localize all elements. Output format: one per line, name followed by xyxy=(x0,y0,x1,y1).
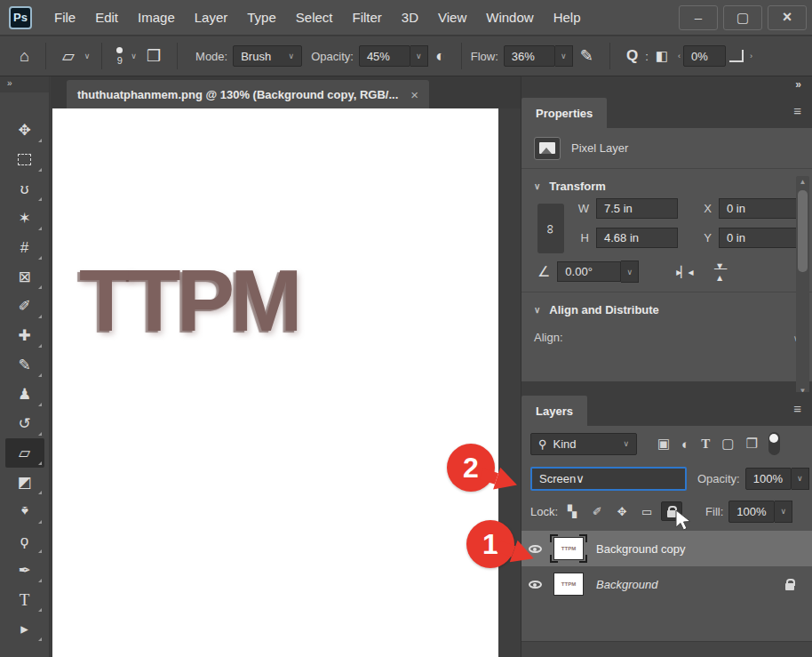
smoothing-options-icon[interactable] xyxy=(729,50,744,62)
brush-settings-panel-icon[interactable]: ❒ xyxy=(139,46,168,66)
layer-row-background[interactable]: TTPMBackground xyxy=(521,566,812,602)
scrollbar-thumb[interactable] xyxy=(798,190,808,272)
filter-kind-dropdown[interactable]: ⚲ Kind ∨ xyxy=(530,433,637,455)
eyedropper-tool[interactable]: ✐ xyxy=(5,292,44,321)
history-brush-tool[interactable]: ↺ xyxy=(5,409,44,438)
rectangular-marquee-tool[interactable] xyxy=(5,145,44,174)
menu-item-select[interactable]: Select xyxy=(286,4,343,30)
smoothing-left-chevron-icon[interactable]: ‹ xyxy=(675,52,683,60)
align-collapse-chevron-icon[interactable]: ∨ xyxy=(534,305,540,315)
width-label: W xyxy=(575,202,589,215)
height-input[interactable]: 4.68 in xyxy=(596,228,678,248)
menu-item-type[interactable]: Type xyxy=(237,4,286,30)
menu-item-view[interactable]: View xyxy=(428,4,476,30)
smoothing-right-chevron-icon[interactable]: › xyxy=(747,52,755,60)
angle-input[interactable]: 0.00° xyxy=(557,261,621,282)
menu-item-3d[interactable]: 3D xyxy=(392,4,428,30)
move-tool[interactable]: ✥ xyxy=(5,116,44,145)
lock-position-icon[interactable]: ✥ xyxy=(611,501,633,521)
search-icon[interactable]: Q xyxy=(619,47,645,65)
filter-toggle-switch[interactable] xyxy=(768,432,780,455)
scroll-up-icon[interactable]: ▲ xyxy=(796,178,809,186)
smoothing-input[interactable]: 0% xyxy=(683,45,726,67)
angle-chevron-icon[interactable]: ∨ xyxy=(621,260,639,283)
close-tab-icon[interactable]: × xyxy=(410,87,418,102)
panels-collapse-icon[interactable]: » xyxy=(521,76,812,94)
brush-tool[interactable]: ✎ xyxy=(5,350,44,380)
canvas[interactable]: TTPM xyxy=(52,108,498,657)
layers-opacity-input[interactable]: 100% xyxy=(745,468,792,490)
picture-filter-icon[interactable]: ▣ xyxy=(657,436,670,452)
lasso-tool[interactable]: ʊ xyxy=(5,174,44,204)
flip-vertical-icon[interactable]: ▸▏◂ xyxy=(714,263,727,279)
menu-item-help[interactable]: Help xyxy=(544,4,591,30)
document-tab[interactable]: thuthuatphanmem.png @ 130% (Background c… xyxy=(67,80,429,108)
shape-filter-icon[interactable]: ▢ xyxy=(721,436,734,452)
fill-chevron-icon[interactable]: ∨ xyxy=(775,501,792,523)
document-tab-bar: thuthuatphanmem.png @ 130% (Background c… xyxy=(51,76,521,108)
layers-panel-menu-icon[interactable]: ≡ xyxy=(793,401,801,416)
pen-tool[interactable]: ✒ xyxy=(5,556,44,585)
menu-item-file[interactable]: File xyxy=(44,4,85,30)
fill-input[interactable]: 100% xyxy=(728,501,775,523)
brush-preset-picker[interactable]: 9 xyxy=(111,47,128,66)
spot-healing-brush-tool[interactable]: ✚ xyxy=(5,321,44,350)
flow-chevron-icon[interactable]: ∨ xyxy=(555,45,573,67)
brush-picker-chevron-icon[interactable]: ∨ xyxy=(128,52,139,60)
chain-link-icon: ∞ xyxy=(543,224,558,234)
x-input[interactable]: 0 in xyxy=(719,198,800,219)
tab-properties[interactable]: Properties xyxy=(521,98,607,128)
blur-tool[interactable]: ♠ xyxy=(5,497,44,526)
menu-item-window[interactable]: Window xyxy=(476,4,543,30)
blend-mode-dropdown[interactable]: Screen ∨ xyxy=(530,467,687,491)
layer-row-background-copy[interactable]: TTPMBackground copy xyxy=(521,531,812,566)
frame-tool[interactable]: ⊠ xyxy=(5,262,44,292)
tab-layers[interactable]: Layers xyxy=(521,396,587,426)
type-tool[interactable]: T xyxy=(5,585,44,614)
layers-opacity-chevron-icon[interactable]: ∨ xyxy=(792,468,809,490)
magic-wand-tool[interactable]: ✶ xyxy=(5,204,44,233)
lock-artboard-icon[interactable]: ▭ xyxy=(636,501,657,521)
layer-thumbnail[interactable]: TTPM xyxy=(550,570,587,598)
path-selection-tool[interactable]: ▸ xyxy=(5,614,44,644)
flow-input[interactable]: 36% xyxy=(504,45,555,67)
link-dimensions-button[interactable]: ∞ xyxy=(537,204,564,253)
opacity-chevron-icon[interactable]: ∨ xyxy=(410,45,428,67)
lock-label: Lock: xyxy=(530,505,558,518)
lock-image-icon[interactable]: ✐ xyxy=(586,501,608,521)
menu-item-filter[interactable]: Filter xyxy=(343,4,392,30)
menu-item-edit[interactable]: Edit xyxy=(85,4,128,30)
tool-preset-chevron-icon[interactable]: ∨ xyxy=(82,52,93,60)
tools-collapse-icon[interactable]: » xyxy=(0,76,49,92)
menu-item-image[interactable]: Image xyxy=(128,4,185,30)
type-filter-icon[interactable]: T xyxy=(701,437,710,452)
dodge-tool[interactable]: ϙ xyxy=(5,526,44,556)
clone-stamp-tool[interactable]: ♟ xyxy=(5,380,44,409)
opacity-input[interactable]: 45% xyxy=(359,45,410,67)
eraser-tool-preset-icon[interactable]: ▱ xyxy=(55,46,82,66)
crop-tool[interactable]: # xyxy=(5,233,44,262)
paint-bucket-tool[interactable]: ◩ xyxy=(5,468,44,497)
maximize-button[interactable]: ▢ xyxy=(723,5,762,30)
layer-thumbnail[interactable]: TTPM xyxy=(550,534,587,563)
layer-visibility-eye-icon[interactable] xyxy=(529,581,542,589)
eraser-tool[interactable]: ▱ xyxy=(5,438,44,468)
close-button[interactable]: × xyxy=(768,5,807,30)
workspace-icon[interactable]: ◧ xyxy=(649,48,675,64)
adjustment-filter-icon[interactable]: ◐ xyxy=(681,437,689,452)
width-input[interactable]: 7.5 in xyxy=(596,198,678,219)
lock-transparency-icon[interactable]: ▚ xyxy=(561,501,583,521)
menu-item-layer[interactable]: Layer xyxy=(185,4,238,30)
y-input[interactable]: 0 in xyxy=(719,228,800,248)
pressure-opacity-icon[interactable]: ◐ xyxy=(428,47,452,66)
home-icon[interactable]: ⌂ xyxy=(12,47,36,66)
flip-horizontal-icon[interactable]: ▸▏◂ xyxy=(676,266,692,278)
smart-object-filter-icon[interactable]: ❐ xyxy=(745,436,757,452)
properties-panel-menu-icon[interactable]: ≡ xyxy=(793,103,801,118)
airbrush-icon[interactable]: ✎ xyxy=(573,46,601,66)
transform-collapse-chevron-icon[interactable]: ∨ xyxy=(534,181,540,191)
eyedropper-icon: ✐ xyxy=(18,297,30,316)
properties-scrollbar[interactable]: ▲ ▼ xyxy=(796,176,809,397)
minimize-button[interactable]: – xyxy=(679,5,718,30)
mode-dropdown[interactable]: Brush ∨ xyxy=(233,45,302,67)
